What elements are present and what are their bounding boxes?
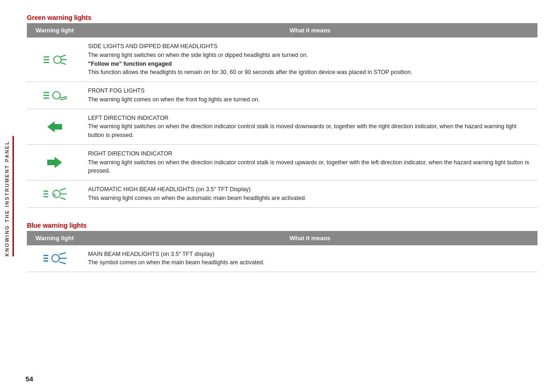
fog-lights-icon <box>32 88 77 103</box>
green-header-light: Warning light <box>27 23 82 37</box>
table-row: FRONT FOG LIGHTS The warning light comes… <box>27 82 537 109</box>
fog-desc1: The warning light comes on when the fron… <box>88 96 259 103</box>
main-beam-desc: MAIN BEAM HEADLIGHTS (on 3.5" TFT displa… <box>82 245 537 272</box>
page-number: 54 <box>25 375 33 383</box>
green-header-meaning: What it means <box>82 23 537 37</box>
sidebar: KNOWING THE INSTRUMENT PANEL <box>0 0 18 392</box>
table-row: MAIN BEAM HEADLIGHTS (on 3.5" TFT displa… <box>27 245 537 272</box>
blue-section-title: Blue warning lights <box>27 222 537 229</box>
auto-beam-title: AUTOMATIC HIGH BEAM HEADLIGHTS (on 3.5" … <box>88 186 251 193</box>
auto-highbeam-icon: A <box>32 187 77 201</box>
blue-section: Blue warning lights Warning light What i… <box>27 222 537 273</box>
main-beam-title: MAIN BEAM HEADLIGHTS (on 3.5" TFT displa… <box>88 251 215 257</box>
table-row: A AUTOMATIC HIGH BEAM HEADLIGHTS (on 3.5… <box>27 180 537 208</box>
svg-line-14 <box>60 188 66 190</box>
main-beam-desc1: The symbol comes on when the main beam h… <box>88 259 265 266</box>
fog-title: FRONT FOG LIGHTS <box>88 87 145 94</box>
blue-header-meaning: What it means <box>82 231 537 245</box>
right-dir-title: RIGHT DIRECTION INDICATOR <box>88 150 172 157</box>
green-section: Green warning lights Warning light What … <box>27 14 537 208</box>
left-dir-desc1: The warning light switches on when the d… <box>88 123 517 138</box>
sidelights-desc1: The warning light switches on when the s… <box>88 52 308 58</box>
left-dir-icon-cell <box>27 109 82 144</box>
main-content: Green warning lights Warning light What … <box>18 0 556 392</box>
right-dir-icon-cell <box>27 144 82 180</box>
table-row: RIGHT DIRECTION INDICATOR The warning li… <box>27 144 537 180</box>
auto-beam-desc: AUTOMATIC HIGH BEAM HEADLIGHTS (on 3.5" … <box>82 180 537 208</box>
fog-desc: FRONT FOG LIGHTS The warning light comes… <box>82 82 537 109</box>
sidelights-bold: "Follow me" function engaged <box>88 61 172 67</box>
blue-header-light: Warning light <box>27 231 82 245</box>
svg-marker-9 <box>47 157 62 168</box>
green-warning-table: Warning light What it means <box>27 23 537 208</box>
svg-marker-8 <box>47 121 62 132</box>
svg-point-7 <box>53 92 60 99</box>
sidebar-label: KNOWING THE INSTRUMENT PANEL <box>4 136 14 256</box>
table-row: LEFT DIRECTION INDICATOR The warning lig… <box>27 109 537 144</box>
right-dir-desc: RIGHT DIRECTION INDICATOR The warning li… <box>82 144 537 180</box>
fog-icon-cell <box>27 82 82 109</box>
main-beam-icon <box>32 251 77 266</box>
svg-point-3 <box>54 56 61 63</box>
right-dir-desc1: The warning light switches on when the d… <box>88 159 529 174</box>
svg-text:A: A <box>53 193 57 197</box>
left-dir-title: LEFT DIRECTION INDICATOR <box>88 115 169 121</box>
blue-warning-table: Warning light What it means <box>27 231 537 273</box>
auto-beam-icon-cell: A <box>27 180 82 208</box>
left-dir-desc: LEFT DIRECTION INDICATOR The warning lig… <box>82 109 537 144</box>
sidelights-icon <box>32 52 77 67</box>
main-beam-icon-cell <box>27 245 82 272</box>
sidelights-icon-cell <box>27 37 82 82</box>
table-row: SIDE LIGHTS AND DIPPED BEAM HEADLIGHTS T… <box>27 37 537 82</box>
green-section-title: Green warning lights <box>27 14 537 21</box>
svg-point-21 <box>52 255 59 262</box>
left-direction-icon <box>32 119 77 134</box>
page-container: KNOWING THE INSTRUMENT PANEL Green warni… <box>0 0 556 392</box>
right-direction-icon <box>32 155 77 170</box>
svg-line-24 <box>59 262 66 264</box>
sidelights-desc: SIDE LIGHTS AND DIPPED BEAM HEADLIGHTS T… <box>82 37 537 82</box>
auto-beam-desc1: This warning light comes on when the aut… <box>88 195 306 201</box>
sidelights-title: SIDE LIGHTS AND DIPPED BEAM HEADLIGHTS <box>88 43 217 50</box>
svg-line-16 <box>60 198 66 199</box>
sidelights-desc2: This function allows the headlights to r… <box>88 69 412 75</box>
svg-line-22 <box>59 253 66 255</box>
